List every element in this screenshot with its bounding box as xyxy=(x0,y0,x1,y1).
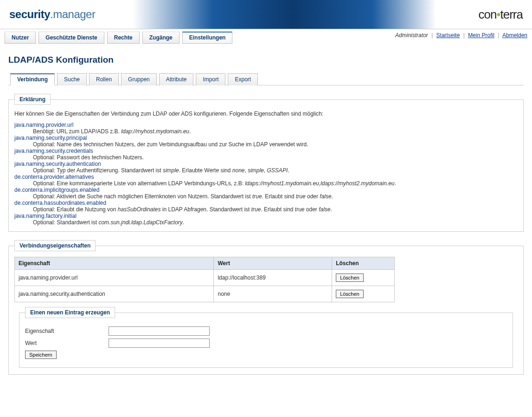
prop-key-implicitgroups[interactable]: de.conterra.implicitgroups.enabled xyxy=(14,187,518,193)
product-name: security.manager xyxy=(9,8,95,21)
subtab-export[interactable]: Export xyxy=(228,73,258,85)
prop-key-principal[interactable]: java.naming.security.principal xyxy=(14,135,518,141)
cell-property: java.naming.security.authentication xyxy=(15,286,214,302)
prop-desc-principal: Optional: Name des technischen Nutzers, … xyxy=(33,141,518,148)
prop-desc-hassubordinates: Optional: Erlaubt die Nutzung von hasSub… xyxy=(33,206,518,213)
product-name-prefix: security xyxy=(9,8,50,20)
brand-post: terra xyxy=(500,7,523,21)
delete-button[interactable]: Löschen xyxy=(336,290,364,298)
subtab-groups[interactable]: Gruppen xyxy=(121,73,157,85)
product-name-suffix: .manager xyxy=(50,8,95,20)
tab-services[interactable]: Geschützte Dienste xyxy=(38,32,104,44)
new-entry-box: Einen neuen Eintrag erzeugen Eigenschaft… xyxy=(19,307,513,368)
prop-key-factory[interactable]: java.naming.factory.initial xyxy=(14,213,518,219)
subtab-connection[interactable]: Verbindung xyxy=(10,73,55,85)
sub-tabs: Verbindung Suche Rollen Gruppen Attribut… xyxy=(8,73,524,85)
table-row: java.naming.security.authentication none… xyxy=(15,286,395,302)
cell-value: ldap://localhost:389 xyxy=(214,270,332,286)
top-bar: Nutzer Geschützte Dienste Rechte Zugänge… xyxy=(0,29,532,44)
tab-users[interactable]: Nutzer xyxy=(5,32,36,44)
subtab-import[interactable]: Import xyxy=(196,73,225,85)
page-title: LDAP/ADS Konfiguration xyxy=(8,55,524,65)
app-header: security.manager con•terra xyxy=(0,0,532,29)
link-logout[interactable]: Abmelden xyxy=(502,32,527,39)
th-value: Wert xyxy=(214,257,332,270)
connection-props-box: Verbindungseigenschaften Eigenschaft Wer… xyxy=(8,240,524,375)
input-value[interactable] xyxy=(109,339,210,348)
tab-rights[interactable]: Rechte xyxy=(107,32,140,44)
cell-property: java.naming.provider.url xyxy=(15,270,214,286)
subtab-search[interactable]: Suche xyxy=(57,73,87,85)
prop-desc-implicitgroups: Optional: Aktiviert die Suche nach mögli… xyxy=(33,193,518,200)
explain-intro: Hier können Sie die Eigenschaften der Ve… xyxy=(14,111,518,117)
new-entry-legend: Einen neuen Eintrag erzeugen xyxy=(25,307,115,318)
delete-button[interactable]: Löschen xyxy=(336,274,364,282)
brand-logo: con•terra xyxy=(479,7,523,22)
input-property[interactable] xyxy=(109,326,210,336)
prop-key-hassubordinates[interactable]: de.conterra.hassubordinates.enabled xyxy=(14,200,518,206)
brand-dot: • xyxy=(496,7,500,21)
prop-key-alternatives[interactable]: de.conterra.provider.alternatives xyxy=(14,174,518,180)
tab-settings[interactable]: Einstellungen xyxy=(182,32,233,44)
prop-desc-authentication: Optional: Typ der Authentifizierung. Sta… xyxy=(33,167,518,174)
explain-legend: Erklärung xyxy=(14,94,51,105)
prop-desc-provider-url: Benötigt: URL zum LDAP/ADS z.B. ldap://m… xyxy=(33,128,518,135)
prop-key-provider-url[interactable]: java.naming.provider.url xyxy=(14,122,518,128)
cell-value: none xyxy=(214,286,332,302)
prop-desc-factory: Optional: Standardwert ist com.sun.jndi.… xyxy=(33,219,518,226)
main-tabs: Nutzer Geschützte Dienste Rechte Zugänge… xyxy=(5,30,232,44)
prop-key-authentication[interactable]: java.naming.security.authentication xyxy=(14,161,518,167)
link-home[interactable]: Startseite xyxy=(436,32,460,39)
prop-desc-alternatives: Optional: Eine kommaseparierte Liste von… xyxy=(33,180,518,187)
tab-access[interactable]: Zugänge xyxy=(142,32,179,44)
table-row: java.naming.provider.url ldap://localhos… xyxy=(15,270,395,286)
explain-box: Erklärung Hier können Sie die Eigenschaf… xyxy=(8,94,524,232)
user-links: Administrator | Startseite | Mein Profil… xyxy=(395,30,527,39)
connection-props-legend: Verbindungseigenschaften xyxy=(14,240,96,251)
subtab-roles[interactable]: Rollen xyxy=(89,73,119,85)
subtab-attributes[interactable]: Attribute xyxy=(159,73,194,85)
label-property: Eigenschaft xyxy=(25,328,109,334)
th-property: Eigenschaft xyxy=(15,257,214,270)
prop-key-credentials[interactable]: java.naming.security.credentials xyxy=(14,148,518,154)
prop-desc-credentials: Optional: Passwort des technischen Nutze… xyxy=(33,154,518,161)
link-profile[interactable]: Mein Profil xyxy=(468,32,494,39)
save-button[interactable]: Speichern xyxy=(25,351,57,359)
connection-props-table: Eigenschaft Wert Löschen java.naming.pro… xyxy=(14,257,395,302)
content: LDAP/ADS Konfiguration Verbindung Suche … xyxy=(0,44,532,388)
brand-pre: con xyxy=(479,7,497,21)
label-value: Wert xyxy=(25,340,109,346)
user-role: Administrator xyxy=(395,32,428,39)
th-delete: Löschen xyxy=(332,257,395,270)
